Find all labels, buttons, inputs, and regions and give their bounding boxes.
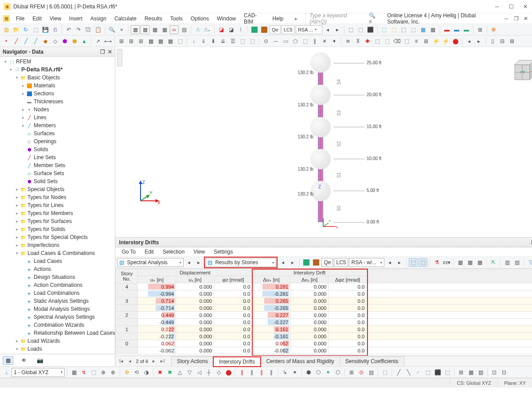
tree-item[interactable]: ▸📁Types for Surfaces bbox=[0, 217, 115, 225]
redo-icon[interactable]: ↷ bbox=[74, 25, 83, 34]
sel-sec-icon[interactable]: ⬚ bbox=[301, 37, 309, 46]
locate-icon[interactable]: ⌖ bbox=[117, 25, 126, 34]
mod6-icon[interactable]: ⌫ bbox=[392, 37, 401, 46]
table3-icon[interactable]: ▦ bbox=[150, 25, 159, 34]
table4-icon[interactable]: ▦ bbox=[160, 25, 169, 34]
copy-icon[interactable]: ⿻ bbox=[84, 25, 93, 34]
b2-icon[interactable]: ↯ bbox=[79, 368, 88, 377]
results-menu-goto[interactable]: Go To bbox=[118, 248, 139, 255]
menu-tools[interactable]: Tools bbox=[167, 15, 186, 23]
tree-item[interactable]: ⬢Solids bbox=[0, 145, 115, 153]
tree-item[interactable]: ▸📁Types for Special Objects bbox=[0, 233, 115, 241]
graphset-icon[interactable]: ⎍▾ bbox=[203, 25, 212, 34]
b1-icon[interactable]: ▦ bbox=[70, 368, 78, 377]
saveall-icon[interactable]: ⎙ bbox=[51, 25, 59, 34]
b13-icon[interactable]: ◁ bbox=[195, 368, 203, 377]
pager-next-icon[interactable]: ▸ bbox=[151, 358, 157, 364]
b22-icon[interactable]: ✦ bbox=[290, 368, 299, 377]
sel-line-icon[interactable]: ─ bbox=[271, 37, 280, 46]
b15-icon[interactable]: ◇ bbox=[214, 368, 223, 377]
member2-icon[interactable]: ╱ bbox=[31, 37, 40, 46]
menu-calculate[interactable]: Calculate bbox=[111, 15, 140, 23]
tree-item[interactable]: ▸•Nodes bbox=[0, 106, 115, 113]
refresh-icon[interactable]: ↻ bbox=[21, 25, 30, 34]
grid-c-icon[interactable]: ▦ bbox=[475, 258, 484, 267]
b30-icon[interactable]: ⬚ bbox=[380, 368, 389, 377]
tree-item[interactable]: ▸📁Special Objects bbox=[0, 185, 115, 193]
mod9-icon[interactable]: ⊞ bbox=[422, 37, 430, 46]
mod4-icon[interactable]: ⬚ bbox=[373, 37, 382, 46]
axes-btm-icon[interactable]: ⟂ bbox=[2, 368, 11, 377]
b39-icon[interactable]: ▧ bbox=[476, 368, 485, 377]
tree-item[interactable]: ▸Design Situations bbox=[0, 273, 115, 281]
tab-sensitivity[interactable]: Sensitivity Coefficients bbox=[340, 356, 404, 366]
b40-icon[interactable]: ⊡ bbox=[490, 368, 499, 377]
results-off-icon[interactable]: ◪ bbox=[227, 25, 235, 34]
analysis-dropdown[interactable]: ▤Spectral Analysis▾ bbox=[117, 258, 184, 267]
view4-icon[interactable]: ⬚ bbox=[409, 25, 418, 34]
back-icon[interactable]: ◂ bbox=[465, 37, 473, 46]
view1-icon[interactable]: ⬚ bbox=[380, 25, 389, 34]
multi-view-icon[interactable]: ⊞ bbox=[476, 25, 485, 34]
filter2-icon[interactable]: xx▾ bbox=[442, 258, 451, 267]
b16-icon[interactable]: ⬤ bbox=[224, 368, 233, 377]
b23-icon[interactable]: ⬢ bbox=[304, 368, 313, 377]
dim-icon[interactable]: ⟷ bbox=[103, 37, 112, 46]
sc-icon[interactable]: sc bbox=[170, 25, 179, 34]
tree-item[interactable]: ╱Member Sets bbox=[0, 161, 115, 169]
nav-tab-views-icon[interactable]: 📷 bbox=[35, 356, 45, 365]
menu-assign[interactable]: Assign bbox=[87, 15, 110, 23]
menu-window[interactable]: Window bbox=[213, 15, 239, 23]
pager-last-icon[interactable]: ▸I bbox=[160, 358, 166, 364]
b24-icon[interactable]: ⬡ bbox=[314, 368, 323, 377]
th-ux[interactable]: uₓ [in] bbox=[138, 276, 176, 283]
tab-interstory-drifts[interactable]: Interstory Drifts bbox=[213, 357, 261, 367]
color1-icon[interactable] bbox=[250, 25, 259, 34]
b7-icon[interactable]: ⟲ bbox=[132, 368, 141, 377]
deform-icon[interactable]: ⌇ bbox=[236, 25, 245, 34]
tree-item[interactable]: ▸📁Imperfections bbox=[0, 241, 115, 249]
tree-item[interactable]: ▸🟧Materials bbox=[0, 82, 115, 90]
grid4-icon[interactable]: ▦ bbox=[146, 37, 155, 46]
b26-icon[interactable]: ⬡ bbox=[333, 368, 342, 377]
th-story[interactable]: Story No. bbox=[116, 269, 138, 283]
b14-icon[interactable]: ┼ bbox=[204, 368, 213, 377]
export-icon[interactable]: ⇱ bbox=[489, 258, 498, 267]
box-icon[interactable]: ⬚ bbox=[31, 25, 40, 34]
pager-prev-icon[interactable]: ◂ bbox=[127, 358, 133, 364]
mod3-icon[interactable]: ✱ bbox=[363, 37, 372, 46]
set-icon[interactable]: ⬣ bbox=[70, 37, 79, 46]
menu-file[interactable]: File bbox=[12, 15, 28, 23]
graph-icon[interactable]: ⎍ bbox=[193, 25, 202, 34]
nav-undock-icon[interactable]: ❐ bbox=[100, 49, 105, 55]
tree-item[interactable]: ▸📁Types for Nodes bbox=[0, 193, 115, 201]
view5-icon[interactable]: ▦ bbox=[419, 25, 428, 34]
mod11-icon[interactable]: ⚡ bbox=[441, 37, 450, 46]
grid-b-icon[interactable]: ▦ bbox=[466, 258, 474, 267]
table1-icon[interactable]: ▦ bbox=[131, 25, 140, 34]
layer2-icon[interactable]: ▬ bbox=[452, 25, 461, 34]
tree-basic[interactable]: Basic Objects bbox=[27, 74, 60, 81]
b6-icon[interactable]: ⚙ bbox=[122, 368, 131, 377]
color-g-icon[interactable] bbox=[302, 258, 311, 267]
b29-icon[interactable]: ▤ bbox=[367, 368, 376, 377]
b3-icon[interactable]: ⬚ bbox=[89, 368, 98, 377]
th-uy[interactable]: uᵧ [in] bbox=[176, 276, 214, 283]
load6-icon[interactable]: ⬚ bbox=[238, 37, 247, 46]
view6-icon[interactable]: ▦ bbox=[429, 25, 438, 34]
tree-item[interactable]: ▬Thicknesses bbox=[0, 98, 115, 106]
table-row[interactable]: 0 0.062 0.0000.0 0.062 0.0000.0 bbox=[116, 340, 532, 347]
color2-icon[interactable] bbox=[260, 25, 269, 34]
menu-results[interactable]: Results bbox=[141, 15, 166, 23]
view3-icon[interactable]: ⬚ bbox=[399, 25, 408, 34]
grid1-icon[interactable]: ⊞ bbox=[117, 37, 126, 46]
mod2-icon[interactable]: ⊼ bbox=[353, 37, 362, 46]
navigator-tree[interactable]: ▾⬚RFEM ▾📄P-Delta RSA.rf6* ▾📁Basic Object… bbox=[0, 57, 115, 354]
open-icon[interactable]: 📁 bbox=[12, 25, 20, 34]
view-handle[interactable] bbox=[117, 49, 122, 66]
tree-lcc[interactable]: Load Cases & Combinations bbox=[27, 250, 95, 256]
b21-icon[interactable]: ↳ bbox=[281, 368, 289, 377]
mdi-close[interactable]: ✕ bbox=[522, 16, 529, 22]
grid2-icon[interactable]: ⊞ bbox=[127, 37, 136, 46]
color-b-icon[interactable] bbox=[312, 258, 321, 267]
